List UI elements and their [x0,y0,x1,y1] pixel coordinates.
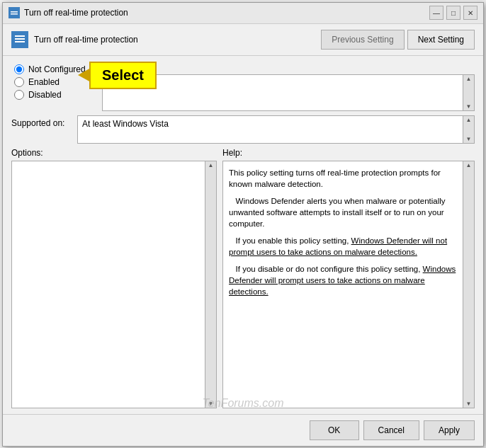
help-paragraph-4: If you disable or do not configure this … [229,263,458,297]
radio-enabled-input[interactable] [14,77,24,87]
svg-rect-2 [11,13,18,15]
help-paragraph-3: If you enable this policy setting, Windo… [229,235,458,258]
supported-section: Supported on: At least Windows Vista ▲ ▼ [11,115,475,144]
supported-label: Supported on: [11,115,72,128]
close-button[interactable]: ✕ [463,6,477,20]
radio-disabled[interactable]: Disabled [14,90,94,100]
previous-setting-button[interactable]: Previous Setting [321,30,404,50]
header-icon [11,31,28,48]
help-scroll-up[interactable]: ▲ [466,162,472,168]
svg-rect-6 [15,35,25,37]
window-icon [9,7,20,18]
title-controls: — □ ✕ [429,6,477,20]
apply-button[interactable]: Apply [424,420,475,440]
scroll-down-arrow[interactable]: ▼ [466,103,472,110]
radio-not-configured-input[interactable] [14,64,24,74]
content-area: Turn off real-time protection Previous S… [3,24,483,446]
scroll-up-arrow[interactable]: ▲ [466,76,472,82]
tooltip-label: Select [102,67,144,84]
help-scrollbar[interactable]: ▲ ▼ [463,161,474,408]
tooltip-arrow [78,68,91,82]
supported-scroll-down[interactable]: ▼ [466,136,472,142]
comment-section: Comment: ▲ ▼ [102,62,475,111]
config-section: Not Configured Enabled Disabled [11,62,475,111]
supported-scrollbar[interactable]: ▲ ▼ [463,116,474,143]
svg-rect-4 [15,38,25,40]
header-row: Turn off real-time protection Previous S… [3,24,483,56]
next-setting-button[interactable]: Next Setting [407,30,475,50]
select-tooltip: Select [89,62,157,89]
options-label: Options: [11,148,217,158]
help-box: This policy setting turns off real-time … [222,161,475,408]
options-scroll-up[interactable]: ▲ [208,162,214,168]
window-title: Turn off real-time protection [24,8,128,18]
main-window: Turn off real-time protection — □ ✕ Turn… [2,2,484,447]
footer-buttons: OK Cancel Apply [3,414,483,446]
radio-enabled-label: Enabled [28,77,60,87]
help-content: This policy setting turns off real-time … [223,161,474,309]
title-bar-left: Turn off real-time protection [9,7,128,18]
help-paragraph-1: This policy setting turns off real-time … [229,167,458,190]
radio-disabled-input[interactable] [14,90,24,100]
svg-rect-0 [10,8,18,17]
bottom-panels: Options: ▲ ▼ Help: This policy setting t… [11,148,475,408]
comment-label: Comment: [102,62,475,71]
header-title: Turn off real-time protection [34,35,315,45]
help-label: Help: [222,148,475,158]
options-panel: Options: ▲ ▼ [11,148,217,408]
nav-buttons: Previous Setting Next Setting [321,30,475,50]
supported-value: At least Windows Vista [82,119,169,129]
cancel-button[interactable]: Cancel [363,420,419,440]
radio-panel-wrapper: Not Configured Enabled Disabled [11,62,96,111]
comment-scrollbar[interactable]: ▲ ▼ [463,75,474,110]
help-scroll-down[interactable]: ▼ [466,401,472,407]
minimize-button[interactable]: — [429,6,443,20]
help-paragraph-2: Windows Defender alerts you when malware… [229,195,458,229]
svg-rect-5 [15,41,25,42]
maximize-button[interactable]: □ [446,6,460,20]
radio-disabled-label: Disabled [28,90,62,100]
comment-box[interactable]: ▲ ▼ [102,74,475,111]
svg-rect-1 [11,11,18,13]
options-box[interactable]: ▲ ▼ [11,161,217,408]
supported-scroll-up[interactable]: ▲ [466,117,472,123]
options-scrollbar[interactable]: ▲ ▼ [205,161,216,408]
supported-box: At least Windows Vista ▲ ▼ [77,115,475,144]
radio-not-configured-label: Not Configured [28,64,86,74]
title-bar: Turn off real-time protection — □ ✕ [3,3,483,24]
ok-button[interactable]: OK [310,420,359,440]
main-content: Not Configured Enabled Disabled [3,56,483,414]
help-panel: Help: This policy setting turns off real… [222,148,475,408]
options-scroll-down[interactable]: ▼ [208,401,214,407]
